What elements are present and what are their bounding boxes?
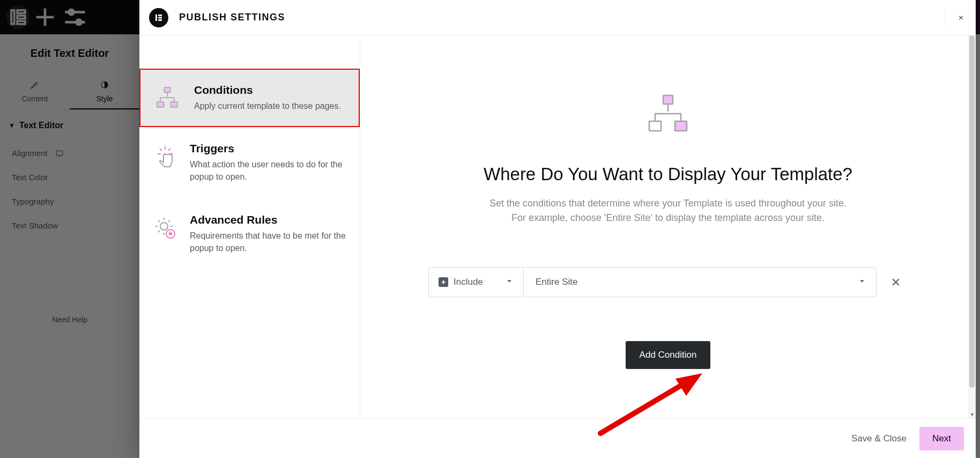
include-exclude-select[interactable]: + Include	[428, 267, 524, 297]
desc-line-1: Set the conditions that determine where …	[489, 198, 847, 209]
need-help-link[interactable]: Need Help	[0, 315, 139, 324]
control-text-shadow[interactable]: Text Shadow	[0, 213, 139, 238]
svg-rect-15	[158, 17, 162, 18]
add-condition-button[interactable]: Add Condition	[626, 341, 711, 369]
click-icon	[152, 142, 178, 183]
svg-rect-19	[164, 87, 170, 93]
next-button[interactable]: Next	[919, 427, 964, 450]
publish-settings-modal: PUBLISH SETTINGS Conditions Apply curren…	[139, 0, 976, 458]
editor-left-panel: Edit Text Editor Content Style ▼ Text Ed…	[0, 34, 139, 458]
svg-rect-31	[675, 121, 687, 131]
sidebar-item-advanced-rules[interactable]: Advanced Rules Requirements that have to…	[139, 198, 360, 269]
control-label: Typography	[12, 197, 54, 206]
tab-style[interactable]: Style	[70, 72, 139, 109]
condition-row: + Include Entire Site	[428, 267, 908, 297]
section-header-text-editor[interactable]: ▼ Text Editor	[0, 110, 139, 141]
section-title: Text Editor	[19, 121, 63, 130]
sitemap-large-icon	[645, 93, 691, 136]
sidebar-item-desc: Requirements that have to be met for the…	[190, 230, 347, 254]
gear-star-icon	[152, 213, 178, 254]
add-element-button[interactable]	[30, 0, 60, 34]
panel-tabs: Content Style	[0, 72, 139, 110]
close-icon	[890, 277, 901, 287]
sidebar-item-conditions[interactable]: Conditions Apply current template to the…	[139, 69, 360, 127]
modal-sidebar: Conditions Apply current template to the…	[139, 35, 360, 418]
site-settings-button[interactable]	[60, 0, 90, 34]
svg-rect-20	[157, 102, 164, 107]
tab-content[interactable]: Content	[0, 72, 70, 109]
control-text-color[interactable]: Text Color	[0, 165, 139, 189]
modal-footer: Save & Close Next	[139, 418, 976, 458]
elementor-menu-button[interactable]	[6, 5, 30, 29]
caret-down-icon	[505, 277, 514, 288]
sidebar-item-title: Advanced Rules	[190, 213, 347, 226]
caret-down-icon	[858, 277, 866, 288]
modal-main: Where Do You Want to Display Your Templa…	[360, 35, 976, 418]
scope-select[interactable]: Entire Site	[526, 267, 877, 297]
control-alignment[interactable]: Alignment	[0, 141, 139, 165]
elementor-logo-icon	[149, 8, 168, 27]
svg-rect-16	[158, 19, 162, 21]
control-label: Alignment	[12, 149, 48, 158]
plus-square-icon: +	[439, 277, 448, 287]
sidebar-item-title: Conditions	[194, 84, 341, 97]
pencil-icon	[0, 80, 70, 91]
editor-topbar	[0, 0, 139, 34]
svg-rect-2	[17, 16, 25, 19]
svg-rect-3	[17, 21, 25, 24]
scope-label: Entire Site	[536, 277, 577, 287]
modal-close-button[interactable]	[945, 8, 964, 27]
control-label: Text Shadow	[12, 221, 58, 230]
svg-rect-14	[158, 14, 162, 16]
svg-rect-30	[649, 121, 661, 131]
svg-line-24	[168, 149, 170, 151]
svg-point-27	[160, 223, 168, 230]
tab-label: Content	[21, 94, 48, 103]
modal-header: PUBLISH SETTINGS	[139, 0, 976, 35]
modal-scrollbar[interactable]: ▾	[968, 35, 976, 418]
sidebar-item-title: Triggers	[190, 142, 347, 155]
sitemap-icon	[152, 84, 182, 112]
control-label: Text Color	[12, 173, 48, 182]
desktop-icon	[55, 149, 64, 158]
scroll-down-arrow-icon: ▾	[968, 411, 976, 417]
include-label: Include	[454, 277, 483, 287]
remove-condition-button[interactable]	[884, 270, 908, 294]
panel-title: Edit Text Editor	[0, 34, 139, 72]
tab-label: Style	[96, 94, 113, 103]
sidebar-item-desc: What action the user needs to do for the…	[190, 158, 347, 183]
controls-list: Alignment Text Color Typography Text Sha…	[0, 141, 139, 238]
control-typography[interactable]: Typography	[0, 189, 139, 213]
svg-rect-29	[663, 95, 673, 104]
main-heading: Where Do You Want to Display Your Templa…	[484, 164, 852, 184]
sidebar-item-triggers[interactable]: Triggers What action the user needs to d…	[139, 127, 360, 198]
close-icon	[958, 12, 964, 24]
svg-rect-0	[11, 10, 14, 24]
svg-rect-21	[170, 102, 177, 107]
svg-rect-13	[155, 14, 157, 21]
desc-line-2: For example, choose 'Entire Site' to dis…	[511, 212, 825, 223]
svg-line-23	[160, 149, 162, 151]
modal-body: Conditions Apply current template to the…	[139, 35, 976, 418]
modal-title: PUBLISH SETTINGS	[179, 12, 285, 23]
svg-rect-11	[56, 151, 63, 155]
chevron-down-icon: ▼	[9, 122, 15, 129]
svg-rect-1	[17, 10, 25, 13]
save-close-button[interactable]: Save & Close	[851, 433, 907, 444]
half-circle-icon	[70, 80, 139, 91]
sidebar-item-desc: Apply current template to these pages.	[194, 100, 341, 112]
main-description: Set the conditions that determine where …	[489, 196, 847, 225]
